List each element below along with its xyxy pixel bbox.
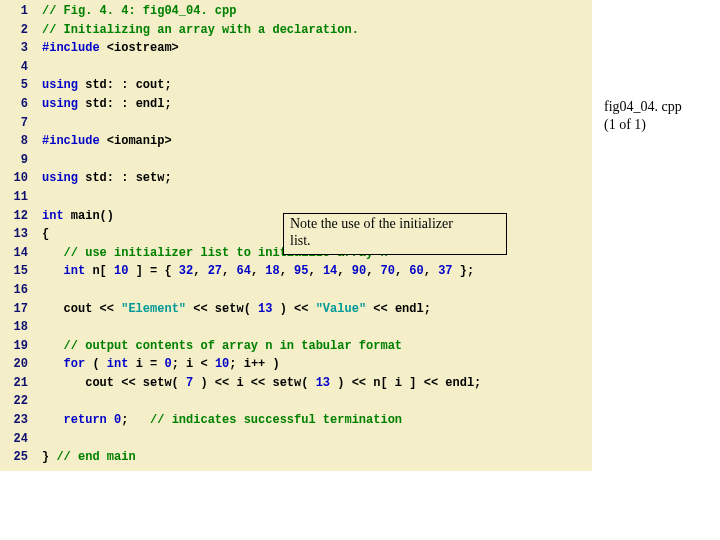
line-number: 3: [0, 39, 28, 58]
code-text: 95: [294, 264, 308, 278]
code-text: using: [42, 171, 85, 185]
line-number: 2: [0, 21, 28, 40]
code-line: 6using std: : endl;: [0, 95, 592, 114]
code-text: <iomanip>: [107, 134, 172, 148]
code-line: 16: [0, 281, 592, 300]
code-text: i =: [136, 357, 165, 371]
code-line: 1// Fig. 4. 4: fig04_04. cpp: [0, 2, 592, 21]
line-number: 14: [0, 244, 28, 263]
code-line: 11: [0, 188, 592, 207]
code-text: 32: [179, 264, 193, 278]
code-text: ] = {: [128, 264, 178, 278]
callout-text: Note the use of the initializer: [290, 216, 500, 233]
code-text: // indicates successful termination: [150, 413, 402, 427]
code-line: 20 for ( int i = 0; i < 10; i++ ): [0, 355, 592, 374]
code-text: 14: [323, 264, 337, 278]
code-text: 37: [438, 264, 452, 278]
code-text: 60: [409, 264, 423, 278]
line-number: 12: [0, 207, 28, 226]
code-text: 27: [208, 264, 222, 278]
line-number: 21: [0, 374, 28, 393]
callout-note: Note the use of the initializer list.: [283, 213, 507, 255]
code-line: 2// Initializing an array with a declara…: [0, 21, 592, 40]
code-text: return: [42, 413, 114, 427]
line-number: 11: [0, 188, 28, 207]
code-line: 23 return 0; // indicates successful ter…: [0, 411, 592, 430]
code-text: "Value": [316, 302, 366, 316]
code-text: int: [42, 264, 92, 278]
code-text: 0: [164, 357, 171, 371]
line-number: 8: [0, 132, 28, 151]
code-line: 17 cout << "Element" << setw( 13 ) << "V…: [0, 300, 592, 319]
code-text: using: [42, 78, 85, 92]
code-text: {: [42, 227, 49, 241]
code-text: 13: [316, 376, 330, 390]
code-line: 5using std: : cout;: [0, 76, 592, 95]
code-text: std: : setw;: [85, 171, 171, 185]
code-text: ) << i << setw(: [193, 376, 315, 390]
code-text: ,: [193, 264, 207, 278]
code-line: 8#include <iomanip>: [0, 132, 592, 151]
code-text: "Element": [121, 302, 186, 316]
code-line: 24: [0, 430, 592, 449]
line-number: 4: [0, 58, 28, 77]
code-text: ;: [121, 413, 150, 427]
code-text: ,: [309, 264, 323, 278]
line-number: 6: [0, 95, 28, 114]
code-text: 10: [114, 264, 128, 278]
code-text: ,: [337, 264, 351, 278]
line-number: 18: [0, 318, 28, 337]
code-line: 4: [0, 58, 592, 77]
code-text: << endl;: [366, 302, 431, 316]
code-line: 22: [0, 392, 592, 411]
code-text: <iostream>: [107, 41, 179, 55]
line-number: 13: [0, 225, 28, 244]
code-text: ,: [251, 264, 265, 278]
code-line: 15 int n[ 10 ] = { 32, 27, 64, 18, 95, 1…: [0, 262, 592, 281]
line-number: 23: [0, 411, 28, 430]
code-text: ; i++ ): [229, 357, 279, 371]
file-caption: fig04_04. cpp (1 of 1): [604, 98, 682, 133]
code-text: int: [42, 209, 71, 223]
code-text: #include: [42, 134, 107, 148]
code-text: (: [92, 357, 106, 371]
code-line: 3#include <iostream>: [0, 39, 592, 58]
code-text: }: [42, 450, 56, 464]
code-text: };: [453, 264, 475, 278]
code-text: ) << n[ i ] << endl;: [330, 376, 481, 390]
line-number: 7: [0, 114, 28, 133]
line-number: 25: [0, 448, 28, 467]
code-text: cout <<: [42, 302, 121, 316]
line-number: 20: [0, 355, 28, 374]
code-text: for: [42, 357, 92, 371]
line-number: 17: [0, 300, 28, 319]
code-text: 10: [215, 357, 229, 371]
code-text: int: [107, 357, 136, 371]
code-text: ,: [395, 264, 409, 278]
line-number: 10: [0, 169, 28, 188]
code-text: ; i <: [172, 357, 215, 371]
code-text: std: : endl;: [85, 97, 171, 111]
code-line: 10using std: : setw;: [0, 169, 592, 188]
code-text: 90: [352, 264, 366, 278]
line-number: 5: [0, 76, 28, 95]
code-text: n[: [92, 264, 114, 278]
caption-pages: (1 of 1): [604, 116, 682, 134]
code-text: ,: [280, 264, 294, 278]
code-text: ,: [222, 264, 236, 278]
line-number: 1: [0, 2, 28, 21]
line-number: 16: [0, 281, 28, 300]
code-line: 9: [0, 151, 592, 170]
code-line: 18: [0, 318, 592, 337]
code-line: 7: [0, 114, 592, 133]
code-text: // Fig. 4. 4: fig04_04. cpp: [42, 4, 236, 18]
code-text: // end main: [56, 450, 135, 464]
code-text: using: [42, 97, 85, 111]
code-text: std: : cout;: [85, 78, 171, 92]
line-number: 19: [0, 337, 28, 356]
line-number: 24: [0, 430, 28, 449]
code-line: 25} // end main: [0, 448, 592, 467]
code-text: main(): [71, 209, 114, 223]
code-text: 13: [258, 302, 272, 316]
code-text: ,: [366, 264, 380, 278]
